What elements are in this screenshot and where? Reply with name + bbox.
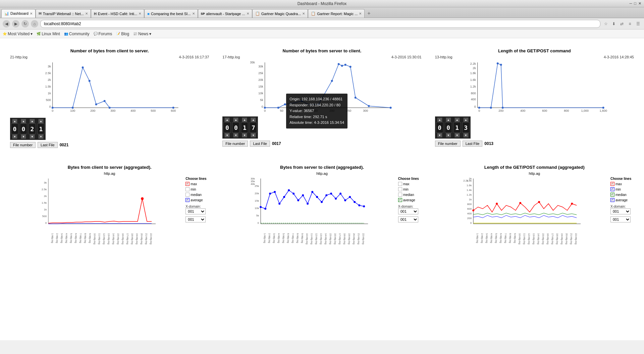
- svg-text:500: 500: [151, 109, 156, 112]
- digit2-up-3[interactable]: ▲: [251, 117, 256, 122]
- reader-icon[interactable]: ≡: [627, 20, 633, 27]
- minimize-btn[interactable]: ─: [630, 1, 632, 6]
- legend-max-checkbox-2[interactable]: [398, 182, 402, 186]
- tab-comparing[interactable]: ■ Comparing the best SI... ✕: [144, 9, 198, 18]
- svg-point-19: [89, 80, 91, 82]
- legend-median-checkbox-1[interactable]: [185, 193, 190, 197]
- digit2-down-0[interactable]: ▼: [224, 133, 230, 138]
- legend-min-checkbox-1[interactable]: [185, 187, 190, 191]
- svg-point-139: [344, 199, 346, 201]
- bookmark-linux-mint[interactable]: 🌿 Linux Mint: [37, 32, 60, 36]
- close-btn[interactable]: ✕: [638, 1, 641, 6]
- digit-up-0[interactable]: ▲: [12, 119, 17, 123]
- legend-average-checkbox-1[interactable]: [185, 198, 190, 202]
- choose-lines-label-3: Choose lines: [610, 177, 634, 181]
- digit2-down-1[interactable]: ▼: [233, 133, 238, 138]
- last-file-btn-2[interactable]: Last File: [250, 141, 270, 147]
- download-icon[interactable]: ⬇: [610, 20, 617, 27]
- forward-button[interactable]: ▶: [12, 20, 19, 28]
- svg-point-46: [331, 80, 333, 82]
- xdomain-select-1[interactable]: 001: [185, 208, 206, 214]
- digit2-up-0[interactable]: ▲: [224, 117, 230, 122]
- bookmark-most-visited[interactable]: ⭐ Most Visited ▾: [3, 32, 33, 36]
- legend-max-checkbox-1[interactable]: [185, 182, 190, 186]
- xdomain-select-2[interactable]: 001: [398, 208, 418, 214]
- legend-max-checkbox-3[interactable]: [610, 182, 614, 186]
- last-file-btn-3[interactable]: Last File: [463, 141, 483, 147]
- tab-transip[interactable]: ✉ TransIP Webmail :: Net... ✕: [36, 9, 91, 18]
- digit-up-2[interactable]: ▲: [30, 119, 35, 123]
- svg-text:8-http.log: 8-http.log: [84, 233, 87, 243]
- tab-gartner2[interactable]: 📋 Gartner Report: Magic ... ✕: [308, 9, 365, 18]
- tab-close-icon[interactable]: ✕: [30, 12, 33, 15]
- digit-down-2[interactable]: ▼: [30, 134, 35, 139]
- digit3-up-2[interactable]: ▲: [454, 117, 460, 122]
- xdomain-select2-1[interactable]: 001: [185, 216, 206, 222]
- bookmark-community[interactable]: 👥 Community: [64, 32, 90, 36]
- digit-up-1[interactable]: ▲: [21, 119, 26, 123]
- digit3-down-3[interactable]: ▼: [463, 133, 469, 138]
- digit-down-1[interactable]: ▼: [21, 134, 26, 139]
- bookmark-news[interactable]: 📰 News ▾: [133, 32, 151, 36]
- svg-text:8-http.log: 8-http.log: [296, 233, 299, 243]
- file-number-btn-3[interactable]: File number: [435, 141, 461, 147]
- new-tab-button[interactable]: +: [365, 9, 373, 18]
- digit3-down-0[interactable]: ▼: [437, 133, 442, 138]
- digit-down-3[interactable]: ▼: [38, 134, 44, 139]
- window-controls[interactable]: ─ □ ✕: [630, 1, 641, 6]
- legend-average-checkbox-3[interactable]: [610, 198, 614, 202]
- digit-up-3[interactable]: ▲: [38, 119, 44, 123]
- digit2-up-2[interactable]: ▲: [242, 117, 247, 122]
- maximize-btn[interactable]: □: [634, 1, 636, 6]
- sync-icon[interactable]: ⇄: [619, 20, 625, 27]
- digit3-up-0[interactable]: ▲: [437, 117, 442, 122]
- xdomain-select2-3[interactable]: 001: [610, 216, 631, 222]
- digit2-up-1[interactable]: ▲: [233, 117, 238, 122]
- tab-alienvault[interactable]: SP alienvault - Startpage ... ✕: [198, 9, 252, 18]
- tab-close-icon[interactable]: ✕: [247, 12, 249, 15]
- tab-close-icon[interactable]: ✕: [139, 12, 141, 15]
- file-number-btn-2[interactable]: File number: [222, 141, 248, 147]
- legend-median-checkbox-3[interactable]: [610, 193, 614, 197]
- tab-gartner1[interactable]: 📋 Gartner Magic Quadra... ✕: [252, 9, 308, 18]
- legend-median-checkbox-2[interactable]: [398, 193, 402, 197]
- tab-close-icon[interactable]: ✕: [302, 12, 305, 15]
- digit3-up-1[interactable]: ▲: [446, 117, 451, 122]
- address-input[interactable]: [40, 20, 600, 28]
- legend-min-checkbox-3[interactable]: [610, 187, 614, 191]
- bookmark-star-icon[interactable]: ☆: [602, 20, 609, 27]
- digit2-down-2[interactable]: ▼: [242, 133, 247, 138]
- svg-point-51: [355, 97, 357, 99]
- svg-text:6-http.log: 6-http.log: [287, 233, 289, 243]
- bookmark-forums[interactable]: 💬 Forums: [94, 32, 112, 36]
- tab-event[interactable]: H Event - HSD Café: Inti... ✕: [91, 9, 144, 18]
- tab-dashboard[interactable]: 📊 Dashboard ✕: [1, 9, 36, 18]
- last-file-btn-1[interactable]: Last File: [38, 142, 58, 148]
- svg-text:22-http.log: 22-http.log: [362, 233, 365, 244]
- refresh-button[interactable]: ↻: [21, 20, 29, 28]
- tab-close-icon[interactable]: ✕: [192, 12, 195, 15]
- back-button[interactable]: ◀: [3, 20, 10, 28]
- xdomain-select2-2[interactable]: 001: [398, 216, 418, 222]
- file-number-btn-1[interactable]: File number: [10, 142, 36, 148]
- digit3-down-1[interactable]: ▼: [446, 133, 451, 138]
- digit2-down-3[interactable]: ▼: [251, 133, 256, 138]
- xdomain-select-3[interactable]: 001: [610, 208, 631, 214]
- home-button[interactable]: ⌂: [31, 20, 38, 28]
- svg-text:600: 600: [542, 109, 547, 112]
- tab-close-icon[interactable]: ✕: [85, 12, 88, 15]
- legend-average-checkbox-2[interactable]: [398, 198, 402, 202]
- legend-min-checkbox-2[interactable]: [398, 187, 402, 191]
- digit-down-0[interactable]: ▼: [12, 134, 17, 139]
- menu-icon[interactable]: ☰: [635, 20, 641, 27]
- legend-max-label-3: max: [615, 182, 622, 186]
- most-visited-dropdown-icon[interactable]: ▾: [31, 32, 33, 36]
- bookmark-blog[interactable]: 📝 Blog: [116, 32, 129, 36]
- svg-text:10k: 10k: [255, 207, 260, 210]
- panel2-logfile: 17-http.log: [222, 55, 240, 59]
- digit3-down-2[interactable]: ▼: [454, 133, 460, 138]
- tab-close-icon[interactable]: ✕: [359, 12, 362, 15]
- digit3-up-3[interactable]: ▲: [463, 117, 469, 122]
- news-dropdown-icon[interactable]: ▾: [149, 32, 151, 36]
- page-content: Number of bytes from client to server. 2…: [0, 38, 644, 340]
